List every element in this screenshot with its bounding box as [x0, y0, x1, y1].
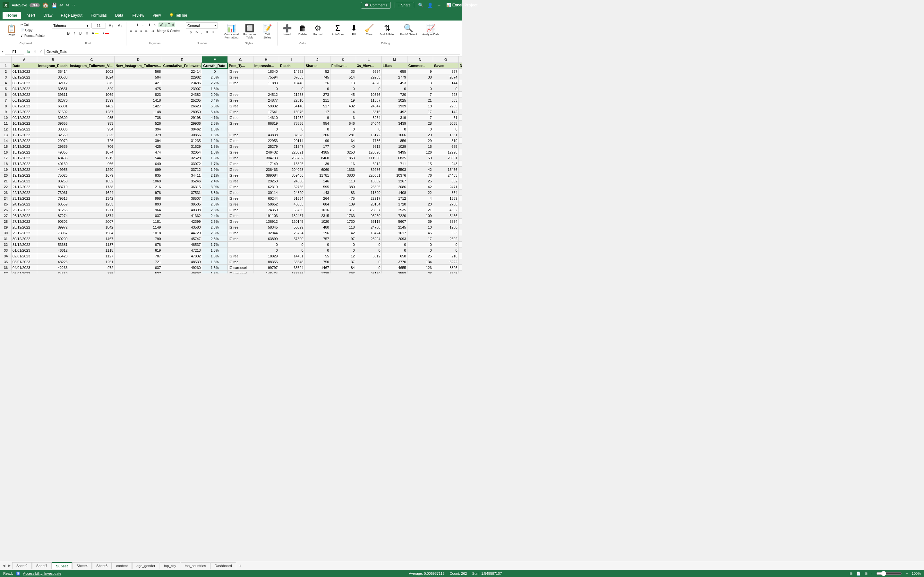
- cell-P19[interactable]: 67: [459, 167, 462, 172]
- tab-tell-me[interactable]: 💡 Tell me: [165, 12, 191, 19]
- cell-A21[interactable]: 20/12/2022: [11, 178, 37, 184]
- cell-B23[interactable]: 73061: [37, 190, 69, 195]
- cell-O24[interactable]: 1569: [433, 195, 459, 201]
- cell-C26[interactable]: 1271: [69, 207, 115, 213]
- cell-G15[interactable]: IG reel: [228, 143, 253, 149]
- cell-E15[interactable]: 31629: [162, 143, 202, 149]
- cell-O16[interactable]: 12928: [433, 149, 459, 155]
- cell-F11[interactable]: 2.5%: [202, 121, 228, 126]
- cell-E9[interactable]: 28050: [162, 109, 202, 115]
- cell-J8[interactable]: 517: [304, 103, 330, 109]
- cell-H37[interactable]: 148434: [253, 271, 279, 274]
- tab-review[interactable]: Review: [128, 12, 148, 19]
- cell-L4[interactable]: 4620: [356, 80, 381, 86]
- cell-H28[interactable]: 136912: [253, 219, 279, 224]
- cell-K25[interactable]: 139: [330, 201, 356, 207]
- cell-E22[interactable]: 36315: [162, 184, 202, 190]
- cell-N16[interactable]: 126: [407, 149, 433, 155]
- cell-M32[interactable]: 0: [381, 242, 407, 247]
- cell-h1[interactable]: Impressic...: [253, 63, 279, 69]
- cell-C35[interactable]: 1261: [69, 259, 115, 265]
- cell-P18[interactable]: 67: [459, 161, 462, 167]
- cell-E37[interactable]: 49897: [162, 271, 202, 274]
- cell-A4[interactable]: 03/12/2022: [11, 80, 37, 86]
- cell-L37[interactable]: 93160: [356, 271, 381, 274]
- cell-O23[interactable]: 864: [433, 190, 459, 195]
- cell-J10[interactable]: 9: [304, 115, 330, 121]
- cell-K19[interactable]: 1636: [330, 167, 356, 172]
- cell-P20[interactable]: 55: [459, 172, 462, 178]
- cell-O8[interactable]: 2235: [433, 103, 459, 109]
- cell-J6[interactable]: 273: [304, 92, 330, 97]
- cell-J17[interactable]: 8460: [304, 155, 330, 161]
- cell-M3[interactable]: 2779: [381, 74, 407, 80]
- cell-P37[interactable]: 0: [459, 271, 462, 274]
- cell-F7[interactable]: 3.4%: [202, 97, 228, 103]
- cell-E25[interactable]: 39505: [162, 201, 202, 207]
- cell-C3[interactable]: 1024: [69, 74, 115, 80]
- cell-G14[interactable]: IG reel: [228, 138, 253, 143]
- cell-O27[interactable]: 5456: [433, 213, 459, 219]
- cell-N2[interactable]: 9: [407, 69, 433, 74]
- cell-G21[interactable]: IG reel: [228, 178, 253, 184]
- cell-P16[interactable]: 45: [459, 149, 462, 155]
- cell-N33[interactable]: 0: [407, 247, 433, 253]
- cell-D8[interactable]: 1427: [115, 103, 162, 109]
- cell-A12[interactable]: 11/12/2022: [11, 126, 37, 132]
- cell-B6[interactable]: 39611: [37, 92, 69, 97]
- cell-H12[interactable]: 0: [253, 126, 279, 132]
- cell-E12[interactable]: 30462: [162, 126, 202, 132]
- cell-G19[interactable]: IG reel: [228, 167, 253, 172]
- decrease-decimal-button[interactable]: .0: [210, 30, 215, 35]
- cell-H23[interactable]: 30114: [253, 190, 279, 195]
- cell-G10[interactable]: IG reel: [228, 115, 253, 121]
- cell-K24[interactable]: 475: [330, 195, 356, 201]
- format-as-table-button[interactable]: 🔲 Format as Table: [241, 23, 258, 40]
- cell-K20[interactable]: 3830: [330, 172, 356, 178]
- cell-I27[interactable]: 182457: [279, 213, 304, 219]
- cell-E28[interactable]: 42399: [162, 219, 202, 224]
- cell-j1[interactable]: Shares: [304, 63, 330, 69]
- cell-G36[interactable]: IG carousel: [228, 265, 253, 271]
- cell-n1[interactable]: Commer...: [407, 63, 433, 69]
- cell-D6[interactable]: 823: [115, 92, 162, 97]
- cell-P11[interactable]: 46: [459, 121, 462, 126]
- cell-E36[interactable]: 49260: [162, 265, 202, 271]
- col-header-c[interactable]: C: [69, 56, 115, 63]
- cell-M37[interactable]: 3558: [381, 271, 407, 274]
- cell-L20[interactable]: 220631: [356, 172, 381, 178]
- cell-K13[interactable]: 281: [330, 132, 356, 138]
- cell-P21[interactable]: 44: [459, 178, 462, 184]
- fill-color-button[interactable]: A: [91, 31, 100, 35]
- cell-J13[interactable]: 206: [304, 132, 330, 138]
- cell-J20[interactable]: 11781: [304, 172, 330, 178]
- increase-font-button[interactable]: A↑: [107, 23, 115, 29]
- cell-A37[interactable]: 05/01/2023: [11, 271, 37, 274]
- cell-M4[interactable]: 453: [381, 80, 407, 86]
- cell-P4[interactable]: 42: [459, 80, 462, 86]
- cell-P22[interactable]: 57: [459, 184, 462, 190]
- cell-H21[interactable]: 29250: [253, 178, 279, 184]
- cell-B12[interactable]: 38036: [37, 126, 69, 132]
- cell-M9[interactable]: 492: [381, 109, 407, 115]
- cell-M36[interactable]: 4655: [381, 265, 407, 271]
- cell-E34[interactable]: 47832: [162, 253, 202, 259]
- cell-C8[interactable]: 1482: [69, 103, 115, 109]
- cell-K7[interactable]: 19: [330, 97, 356, 103]
- cell-G35[interactable]: IG reel: [228, 259, 253, 265]
- cell-I24[interactable]: 51654: [279, 195, 304, 201]
- cell-L33[interactable]: 0: [356, 247, 381, 253]
- cell-O4[interactable]: 144: [433, 80, 459, 86]
- cell-P12[interactable]: 0: [459, 126, 462, 132]
- cell-H34[interactable]: 18829: [253, 253, 279, 259]
- save-icon[interactable]: 💾: [51, 3, 57, 8]
- cell-I28[interactable]: 120145: [279, 219, 304, 224]
- cell-L14[interactable]: 7736: [356, 138, 381, 143]
- cell-D21[interactable]: 1069: [115, 178, 162, 184]
- font-color-button[interactable]: A: [101, 31, 110, 35]
- cell-K4[interactable]: 13: [330, 80, 356, 86]
- cell-b1[interactable]: Instagram_Reach: [37, 63, 69, 69]
- cell-G27[interactable]: IG reel: [228, 213, 253, 219]
- cell-P9[interactable]: 46: [459, 109, 462, 115]
- cell-E11[interactable]: 29936: [162, 121, 202, 126]
